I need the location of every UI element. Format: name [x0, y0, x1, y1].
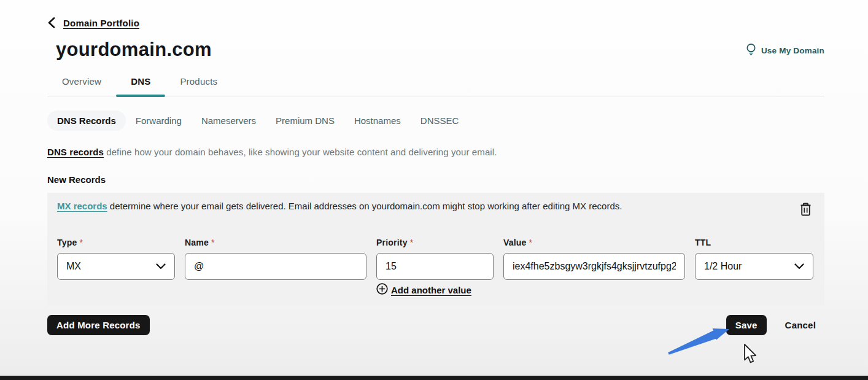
screen-bottom-edge: [0, 376, 868, 380]
subtab-nameservers[interactable]: Nameservers: [192, 111, 266, 131]
value-input[interactable]: [503, 253, 685, 280]
add-another-value-label: Add another value: [391, 285, 471, 295]
record-form: Type* Name* Priority* Value* TTL MX 1/2 …: [57, 238, 815, 297]
type-select-value: MX: [66, 261, 81, 272]
required-marker: *: [410, 238, 414, 247]
value-label: Value*: [503, 238, 685, 247]
title-row: yourdomain.com Use My Domain: [47, 39, 824, 61]
ttl-label: TTL: [695, 238, 813, 247]
subtab-forwarding[interactable]: Forwarding: [126, 111, 192, 131]
dns-subtab-bar: DNS Records Forwarding Nameservers Premi…: [47, 111, 824, 131]
chevron-down-icon: [794, 261, 804, 272]
breadcrumb: Domain Portfolio: [47, 0, 824, 28]
subtab-dnssec[interactable]: DNSSEC: [411, 111, 469, 131]
priority-input[interactable]: [376, 253, 494, 280]
delete-record-button[interactable]: [799, 202, 812, 219]
plus-circle-icon: [376, 283, 388, 297]
back-link-domain-portfolio[interactable]: Domain Portfolio: [63, 18, 139, 28]
dns-description: DNS records define how your domain behav…: [47, 147, 824, 157]
tab-overview[interactable]: Overview: [47, 70, 116, 96]
name-label: Name*: [185, 238, 366, 247]
page-title: yourdomain.com: [56, 39, 212, 61]
priority-label: Priority*: [376, 238, 494, 247]
cancel-button[interactable]: Cancel: [785, 320, 816, 330]
mouse-cursor: [743, 344, 758, 366]
dns-records-link[interactable]: DNS records: [47, 147, 104, 157]
mx-records-notice: MX records determine where your email ge…: [57, 201, 815, 219]
save-cancel-group: Save Cancel: [726, 315, 816, 335]
chevron-down-icon: [156, 261, 166, 272]
subtab-premium-dns[interactable]: Premium DNS: [266, 111, 344, 131]
trash-icon: [799, 209, 812, 219]
ttl-select[interactable]: 1/2 Hour: [695, 253, 813, 280]
ttl-select-value: 1/2 Hour: [704, 261, 742, 272]
save-button[interactable]: Save: [726, 315, 767, 335]
new-records-heading: New Records: [47, 174, 824, 185]
tab-products-label: Products: [180, 76, 217, 87]
lightbulb-icon: [746, 43, 756, 58]
tab-dns[interactable]: DNS: [116, 70, 165, 96]
dns-description-text: define how your domain behaves, like sho…: [104, 147, 497, 157]
use-my-domain-label: Use My Domain: [761, 46, 824, 55]
type-label: Type*: [57, 238, 175, 247]
tab-bar: Overview DNS Products: [47, 70, 824, 96]
type-select[interactable]: MX: [57, 253, 175, 280]
dns-management-page: Domain Portfolio yourdomain.com Use My D…: [47, 0, 824, 335]
required-marker: *: [79, 238, 83, 247]
add-another-value-button[interactable]: Add another value: [376, 283, 685, 297]
name-input[interactable]: [185, 253, 366, 280]
add-more-records-button[interactable]: Add More Records: [47, 315, 150, 335]
subtab-dns-records[interactable]: DNS Records: [47, 111, 126, 131]
tab-dns-label: DNS: [131, 76, 150, 87]
required-marker: *: [529, 238, 533, 247]
form-actions: Add More Records Save Cancel: [47, 315, 824, 335]
new-record-card: MX records determine where your email ge…: [47, 193, 824, 306]
tab-products[interactable]: Products: [165, 70, 232, 96]
tab-overview-label: Overview: [62, 76, 101, 87]
use-my-domain-button[interactable]: Use My Domain: [746, 43, 824, 58]
mx-notice-text: determine where your email gets delivere…: [107, 201, 622, 211]
mx-records-link[interactable]: MX records: [57, 201, 107, 211]
mx-notice-text-wrap: MX records determine where your email ge…: [57, 201, 622, 211]
required-marker: *: [211, 238, 215, 247]
subtab-hostnames[interactable]: Hostnames: [344, 111, 411, 131]
back-chevron-icon[interactable]: [47, 17, 55, 28]
